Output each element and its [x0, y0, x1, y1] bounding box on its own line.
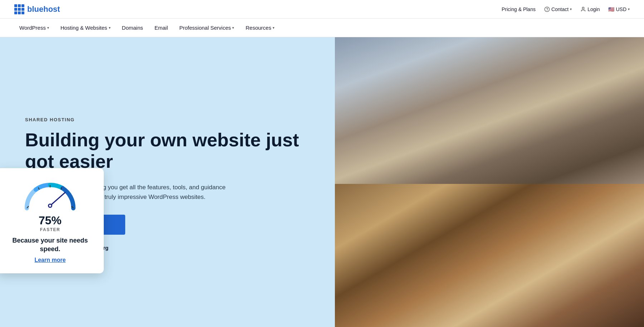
nav-item-wordpress[interactable]: WordPress ▾: [14, 22, 54, 34]
speed-card: 75% FASTER Because your site needs speed…: [0, 168, 104, 273]
currency-selector[interactable]: 🇺🇸 USD ▾: [608, 6, 630, 12]
speed-tagline: Because your site needs speed.: [9, 236, 91, 253]
nav-item-domains[interactable]: Domains: [117, 22, 148, 34]
flag-icon: 🇺🇸: [608, 6, 614, 12]
logo[interactable]: bluehost: [14, 4, 60, 14]
nav-item-resources[interactable]: Resources ▾: [240, 22, 279, 34]
speedometer-svg: [21, 179, 79, 211]
learn-more-link[interactable]: Learn more: [34, 257, 65, 263]
speed-percent: 75%: [9, 214, 91, 227]
hero-eyebrow: SHARED HOSTING: [25, 117, 313, 122]
svg-point-1: [547, 10, 547, 11]
contact-link[interactable]: Contact ▾: [544, 6, 572, 12]
svg-point-2: [582, 7, 584, 9]
hero-image-person: [335, 37, 644, 184]
nav-item-hosting[interactable]: Hosting & Websites ▾: [55, 22, 116, 34]
contact-chevron-icon: ▾: [570, 7, 572, 11]
currency-chevron-icon: ▾: [628, 7, 630, 11]
svg-point-10: [49, 205, 51, 207]
speedometer-graphic: [21, 179, 79, 211]
food-image-sim: [335, 184, 644, 327]
speed-faster-label: FASTER: [9, 227, 91, 232]
hero-section: SHARED HOSTING Building your own website…: [0, 37, 644, 327]
hero-right-panel: [335, 37, 644, 327]
svg-line-8: [50, 192, 65, 206]
professional-services-chevron-icon: ▾: [232, 26, 234, 30]
nav-item-professional-services[interactable]: Professional Services ▾: [174, 22, 239, 34]
top-bar: bluehost Pricing & Plans Contact ▾ Login…: [0, 0, 644, 19]
logo-grid-icon: [14, 4, 24, 14]
login-link[interactable]: Login: [580, 6, 600, 12]
logo-text: bluehost: [27, 5, 60, 14]
nav-item-email[interactable]: Email: [150, 22, 173, 34]
wordpress-chevron-icon: ▾: [47, 26, 49, 30]
pricing-plans-link[interactable]: Pricing & Plans: [502, 6, 536, 12]
main-nav: WordPress ▾ Hosting & Websites ▾ Domains…: [0, 19, 644, 37]
hero-left-panel: SHARED HOSTING Building your own website…: [0, 37, 335, 327]
hero-title: Building your own website just got easie…: [25, 130, 313, 172]
person-image-sim: [335, 37, 644, 184]
resources-chevron-icon: ▾: [273, 26, 274, 30]
user-icon: [580, 6, 586, 12]
contact-icon: [544, 6, 550, 12]
hero-image-food: [335, 184, 644, 327]
hosting-chevron-icon: ▾: [109, 26, 111, 30]
top-right-nav: Pricing & Plans Contact ▾ Login 🇺🇸 USD ▾: [502, 6, 630, 12]
